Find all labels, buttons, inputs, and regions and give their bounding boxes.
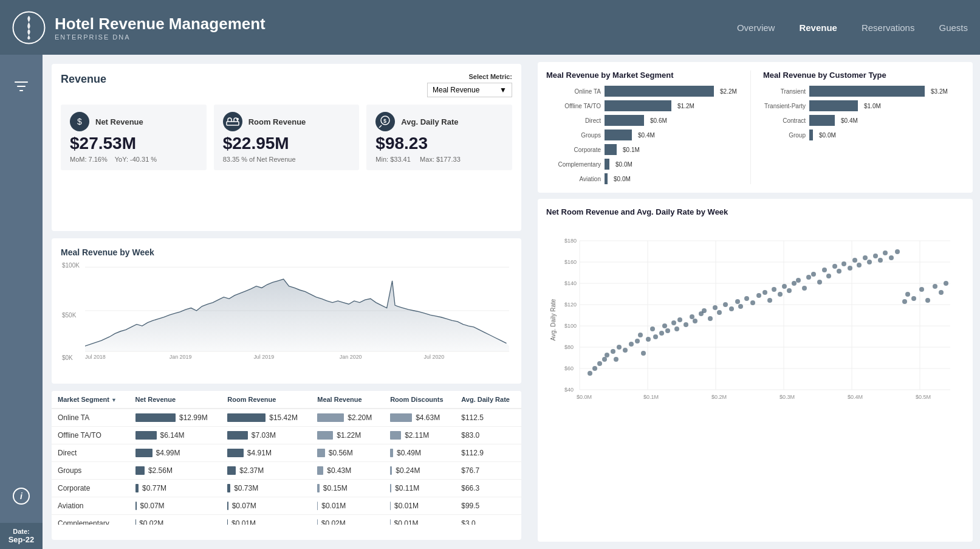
bar-fill [809, 86, 925, 97]
svg-point-91 [817, 280, 822, 285]
table-row: Aviation $0.07M $0.07M $0.01M [52, 497, 521, 515]
info-icon-circle: i [13, 488, 30, 505]
nav-guests[interactable]: Guests [939, 22, 968, 33]
cell-room: $0.07M [221, 497, 311, 515]
market-segment-table: Market Segment ▼ Net Revenue Room Revenu… [52, 391, 521, 540]
bar-value: $3.2M [931, 88, 948, 95]
filter-icon[interactable] [8, 73, 35, 103]
info-button[interactable]: i [0, 488, 43, 505]
svg-point-73 [723, 302, 728, 307]
svg-point-85 [787, 288, 792, 293]
svg-point-67 [693, 319, 697, 323]
app-title: Hotel Revenue Management [55, 15, 266, 33]
y-label-0k: $0K [62, 354, 73, 361]
svg-text:$120: $120 [564, 302, 577, 308]
svg-point-112 [933, 284, 937, 289]
cell-meal: $0.02M [311, 515, 384, 525]
svg-text:Jan 2020: Jan 2020 [340, 354, 362, 359]
svg-text:$0.1M: $0.1M [643, 394, 659, 399]
svg-point-66 [690, 314, 694, 319]
market-segment-bar-chart: Meal Revenue by Market Segment Online TA… [546, 71, 747, 184]
meal-revenue-chart-title: Meal Revenue by Week [61, 247, 512, 257]
data-table: Market Segment ▼ Net Revenue Room Revenu… [52, 391, 521, 525]
right-panel: Meal Revenue by Market Segment Online TA… [530, 55, 980, 549]
svg-point-63 [674, 326, 679, 331]
main-nav: Overview Revenue Reservations Guests [737, 22, 968, 33]
nav-overview[interactable]: Overview [737, 22, 775, 33]
svg-point-60 [662, 323, 667, 328]
kpi-row: $ Net Revenue $27.53M MoM: 7.16% YoY: -4… [61, 105, 512, 170]
table-wrapper[interactable]: Market Segment ▼ Net Revenue Room Revenu… [52, 391, 521, 525]
svg-point-88 [802, 286, 807, 291]
net-revenue-icon: $ [70, 112, 89, 131]
svg-text:$0.5M: $0.5M [916, 394, 931, 399]
main-content: Revenue Select Metric: Meal Revenue ▼ $ … [43, 55, 530, 549]
metric-dropdown[interactable]: Meal Revenue ▼ [427, 83, 512, 97]
col-segment[interactable]: Market Segment ▼ [52, 391, 129, 409]
room-revenue-sub: 83.35 % of Net Revenue [223, 156, 351, 163]
bar-label: Contract [763, 117, 806, 124]
svg-point-93 [826, 274, 831, 278]
svg-point-65 [684, 322, 688, 327]
cell-net: $6.14M [129, 427, 222, 444]
svg-point-75 [735, 299, 740, 304]
svg-text:$60: $60 [564, 365, 574, 371]
svg-point-59 [659, 331, 664, 336]
chart-divider [750, 71, 751, 184]
nav-revenue[interactable]: Revenue [799, 22, 837, 33]
date-display: Date: Sep-22 [0, 523, 43, 549]
svg-point-98 [852, 258, 857, 263]
bar-fill [605, 173, 608, 184]
svg-point-101 [867, 260, 872, 264]
svg-point-48 [611, 349, 615, 354]
cell-net: $4.99M [129, 444, 222, 462]
svg-point-54 [638, 333, 643, 337]
svg-point-114 [944, 281, 948, 286]
bar-fill [605, 115, 644, 126]
cell-adr: $3.0 [455, 515, 521, 525]
customer-bar-row: Group $0.0M [763, 129, 964, 140]
svg-point-108 [905, 292, 910, 297]
svg-point-46 [602, 357, 607, 362]
svg-point-49 [614, 357, 618, 362]
col-net-revenue[interactable]: Net Revenue [129, 391, 222, 409]
col-room-revenue[interactable]: Room Revenue [221, 391, 311, 409]
svg-point-106 [895, 249, 900, 254]
bar-value: $0.0M [614, 176, 631, 182]
revenue-panel: Revenue Select Metric: Meal Revenue ▼ $ … [52, 64, 521, 231]
revenue-title: Revenue [61, 73, 106, 86]
svg-point-95 [837, 269, 841, 274]
bar-fill [605, 144, 617, 155]
body-layout: i Date: Sep-22 Revenue Select Metric: Me… [0, 55, 980, 549]
col-meal-revenue[interactable]: Meal Revenue [311, 391, 384, 409]
cell-disc: $0.49M [384, 444, 455, 462]
cell-adr: $99.5 [455, 497, 521, 515]
scatter-title: Net Room Revenue and Avg. Daily Rate by … [546, 207, 964, 216]
svg-point-74 [729, 306, 734, 311]
cell-room: $7.03M [221, 427, 311, 444]
svg-text:$40: $40 [564, 387, 574, 393]
svg-point-103 [878, 258, 883, 263]
cell-segment: Complementary [52, 515, 129, 525]
bar-value: $2.2M [720, 88, 737, 95]
app-subtitle: ENTERPRISE DNA [55, 33, 266, 41]
bar-fill [605, 86, 714, 97]
svg-point-94 [832, 264, 837, 269]
svg-point-50 [617, 345, 622, 350]
svg-point-81 [767, 298, 772, 303]
cell-adr: $66.3 [455, 480, 521, 497]
bar-fill [605, 100, 671, 111]
bar-label: Transient-Party [763, 103, 806, 109]
select-metric-label: Select Metric: [468, 73, 512, 80]
col-adr[interactable]: Avg. Daily Rate [455, 391, 521, 409]
cell-disc: $0.01M [384, 515, 455, 525]
svg-point-58 [653, 334, 658, 339]
bar-value: $0.0M [615, 161, 632, 168]
bar-charts-panel: Meal Revenue by Market Segment Online TA… [538, 62, 973, 193]
table-row: Offline TA/TO $6.14M $7.03M $1.22M [52, 427, 521, 444]
nav-reservations[interactable]: Reservations [862, 22, 915, 33]
svg-point-105 [889, 255, 894, 260]
bar-label: Transient [763, 88, 806, 95]
col-room-discounts[interactable]: Room Discounts [384, 391, 455, 409]
adr-icon: $ [375, 112, 395, 131]
